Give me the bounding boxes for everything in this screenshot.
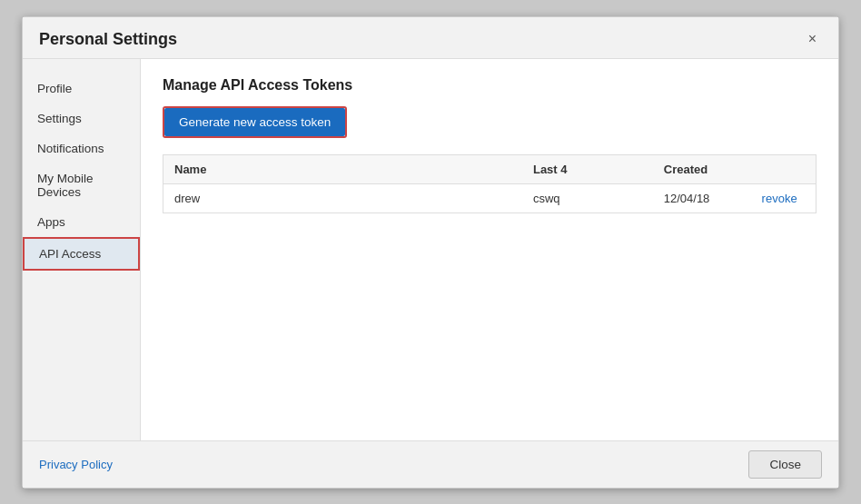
- privacy-policy-link[interactable]: Privacy Policy: [39, 458, 113, 471]
- col-header-last4: Last 4: [522, 154, 653, 183]
- token-revoke-cell: revoke: [751, 183, 816, 212]
- close-button[interactable]: Close: [748, 450, 822, 479]
- modal-overlay: Personal Settings × Profile Settings Not…: [0, 0, 861, 504]
- table-row: drew cswq 12/04/18 revoke: [163, 183, 816, 212]
- sidebar-item-notifications[interactable]: Notifications: [23, 133, 140, 163]
- modal-body: Profile Settings Notifications My Mobile…: [23, 59, 838, 440]
- close-icon[interactable]: ×: [803, 30, 822, 48]
- sidebar-item-api-access[interactable]: API Access: [23, 237, 140, 271]
- sidebar: Profile Settings Notifications My Mobile…: [23, 59, 141, 440]
- col-header-created: Created: [653, 154, 751, 183]
- modal: Personal Settings × Profile Settings Not…: [22, 16, 839, 489]
- token-table: Name Last 4 Created drew cswq 12/04/18: [163, 154, 816, 213]
- col-header-name: Name: [163, 154, 522, 183]
- sidebar-item-settings[interactable]: Settings: [23, 104, 140, 133]
- table-header-row: Name Last 4 Created: [163, 154, 816, 183]
- modal-footer: Privacy Policy Close: [23, 440, 838, 488]
- generate-btn-wrapper: Generate new access token: [163, 106, 347, 138]
- sidebar-item-my-mobile-devices[interactable]: My Mobile Devices: [23, 163, 140, 207]
- token-name: drew: [163, 183, 522, 212]
- modal-title: Personal Settings: [39, 30, 177, 49]
- col-header-action: [751, 154, 816, 183]
- token-last4: cswq: [522, 183, 653, 212]
- main-content: Manage API Access Tokens Generate new ac…: [141, 59, 838, 440]
- generate-token-button[interactable]: Generate new access token: [164, 108, 345, 136]
- section-title: Manage API Access Tokens: [163, 77, 816, 94]
- sidebar-item-apps[interactable]: Apps: [23, 207, 140, 237]
- modal-header: Personal Settings ×: [23, 17, 838, 59]
- revoke-link[interactable]: revoke: [762, 192, 797, 205]
- token-created: 12/04/18: [653, 183, 751, 212]
- sidebar-item-profile[interactable]: Profile: [23, 74, 140, 104]
